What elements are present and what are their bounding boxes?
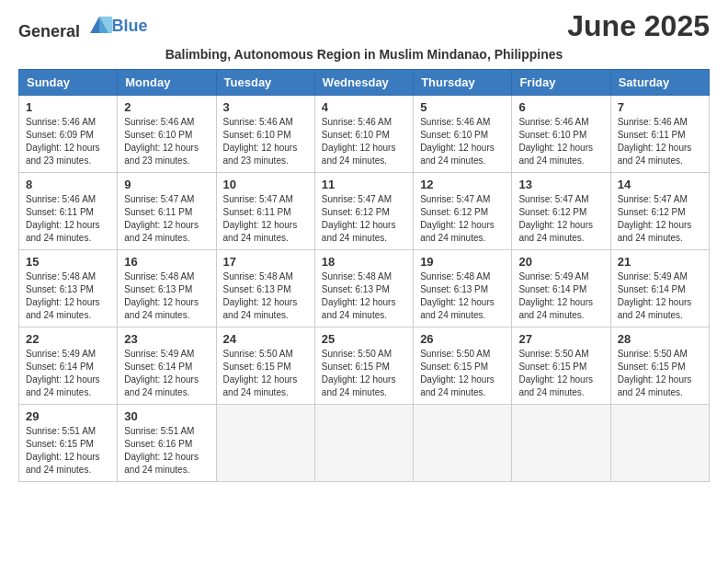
day-number: 22: [26, 332, 110, 346]
day-cell: 6Sunrise: 5:46 AM Sunset: 6:10 PM Daylig…: [512, 96, 610, 173]
day-number: 3: [223, 100, 308, 114]
day-number: 28: [618, 332, 702, 346]
day-cell: [314, 405, 413, 482]
day-number: 2: [124, 100, 209, 114]
day-info: Sunrise: 5:47 AM Sunset: 6:11 PM Dayligh…: [124, 193, 209, 245]
day-cell: [216, 405, 314, 482]
day-cell: 13Sunrise: 5:47 AM Sunset: 6:12 PM Dayli…: [512, 173, 610, 250]
day-info: Sunrise: 5:50 AM Sunset: 6:15 PM Dayligh…: [322, 348, 406, 399]
day-number: 1: [26, 100, 110, 114]
weekday-header-wednesday: Wednesday: [314, 70, 413, 96]
day-cell: 3Sunrise: 5:46 AM Sunset: 6:10 PM Daylig…: [216, 96, 314, 173]
day-number: 7: [618, 100, 702, 114]
day-cell: 23Sunrise: 5:49 AM Sunset: 6:14 PM Dayli…: [118, 327, 216, 405]
day-number: 27: [518, 332, 603, 346]
day-info: Sunrise: 5:46 AM Sunset: 6:10 PM Dayligh…: [223, 116, 308, 167]
day-number: 14: [618, 178, 702, 191]
weekday-header-tuesday: Tuesday: [216, 70, 314, 96]
day-number: 12: [420, 178, 505, 191]
day-info: Sunrise: 5:51 AM Sunset: 6:15 PM Dayligh…: [26, 425, 110, 477]
day-cell: 24Sunrise: 5:50 AM Sunset: 6:15 PM Dayli…: [216, 327, 314, 405]
day-info: Sunrise: 5:51 AM Sunset: 6:16 PM Dayligh…: [124, 425, 209, 477]
day-number: 16: [124, 255, 209, 269]
day-info: Sunrise: 5:50 AM Sunset: 6:15 PM Dayligh…: [518, 348, 603, 399]
day-info: Sunrise: 5:46 AM Sunset: 6:10 PM Dayligh…: [420, 116, 505, 167]
day-number: 24: [223, 332, 308, 346]
day-cell: 19Sunrise: 5:48 AM Sunset: 6:13 PM Dayli…: [414, 250, 512, 327]
day-cell: 11Sunrise: 5:47 AM Sunset: 6:12 PM Dayli…: [314, 173, 413, 250]
day-number: 4: [322, 100, 406, 114]
day-cell: 27Sunrise: 5:50 AM Sunset: 6:15 PM Dayli…: [512, 327, 610, 405]
logo: General Blue: [18, 11, 148, 41]
day-info: Sunrise: 5:47 AM Sunset: 6:12 PM Dayligh…: [322, 193, 406, 245]
day-number: 30: [124, 409, 209, 423]
day-cell: 22Sunrise: 5:49 AM Sunset: 6:14 PM Dayli…: [19, 327, 118, 405]
day-number: 29: [26, 409, 110, 423]
day-info: Sunrise: 5:48 AM Sunset: 6:13 PM Dayligh…: [223, 270, 308, 322]
day-cell: 30Sunrise: 5:51 AM Sunset: 6:16 PM Dayli…: [118, 405, 216, 482]
weekday-header-friday: Friday: [512, 70, 610, 96]
day-info: Sunrise: 5:49 AM Sunset: 6:14 PM Dayligh…: [518, 270, 603, 322]
day-number: 9: [124, 178, 209, 191]
day-number: 19: [420, 255, 505, 269]
day-cell: 16Sunrise: 5:48 AM Sunset: 6:13 PM Dayli…: [118, 250, 216, 327]
svg-marker-1: [99, 17, 112, 33]
day-number: 8: [26, 178, 110, 191]
subtitle: Balimbing, Autonomous Region in Muslim M…: [18, 47, 710, 62]
weekday-header-monday: Monday: [118, 70, 216, 96]
day-cell: 12Sunrise: 5:47 AM Sunset: 6:12 PM Dayli…: [414, 173, 512, 250]
month-title: June 2025: [567, 9, 710, 43]
day-info: Sunrise: 5:48 AM Sunset: 6:13 PM Dayligh…: [124, 270, 209, 322]
day-cell: [512, 405, 610, 482]
day-cell: 15Sunrise: 5:48 AM Sunset: 6:13 PM Dayli…: [19, 250, 118, 327]
day-cell: 20Sunrise: 5:49 AM Sunset: 6:14 PM Dayli…: [512, 250, 610, 327]
day-number: 6: [518, 100, 603, 114]
day-info: Sunrise: 5:50 AM Sunset: 6:15 PM Dayligh…: [223, 348, 308, 399]
week-row-2: 8Sunrise: 5:46 AM Sunset: 6:11 PM Daylig…: [19, 173, 710, 250]
day-info: Sunrise: 5:47 AM Sunset: 6:11 PM Dayligh…: [223, 193, 308, 245]
day-cell: 4Sunrise: 5:46 AM Sunset: 6:10 PM Daylig…: [314, 96, 413, 173]
day-number: 10: [223, 178, 308, 191]
logo-blue: Blue: [112, 17, 148, 35]
day-cell: 17Sunrise: 5:48 AM Sunset: 6:13 PM Dayli…: [216, 250, 314, 327]
weekday-header-row: SundayMondayTuesdayWednesdayThursdayFrid…: [19, 70, 710, 96]
day-number: 5: [420, 100, 505, 114]
day-info: Sunrise: 5:47 AM Sunset: 6:12 PM Dayligh…: [420, 193, 505, 245]
day-info: Sunrise: 5:46 AM Sunset: 6:10 PM Dayligh…: [124, 116, 209, 167]
day-number: 18: [322, 255, 406, 269]
day-info: Sunrise: 5:47 AM Sunset: 6:12 PM Dayligh…: [618, 193, 702, 245]
day-info: Sunrise: 5:50 AM Sunset: 6:15 PM Dayligh…: [420, 348, 505, 399]
day-number: 25: [322, 332, 406, 346]
day-info: Sunrise: 5:49 AM Sunset: 6:14 PM Dayligh…: [26, 348, 110, 399]
calendar: SundayMondayTuesdayWednesdayThursdayFrid…: [18, 69, 710, 482]
day-cell: [610, 405, 709, 482]
day-number: 20: [518, 255, 603, 269]
header: General Blue June 2025: [18, 9, 710, 43]
day-cell: 26Sunrise: 5:50 AM Sunset: 6:15 PM Dayli…: [414, 327, 512, 405]
weekday-header-sunday: Sunday: [19, 70, 118, 96]
logo-icon: [86, 11, 112, 37]
day-number: 23: [124, 332, 209, 346]
day-number: 17: [223, 255, 308, 269]
day-number: 15: [26, 255, 110, 269]
week-row-5: 29Sunrise: 5:51 AM Sunset: 6:15 PM Dayli…: [19, 405, 710, 482]
day-info: Sunrise: 5:46 AM Sunset: 6:09 PM Dayligh…: [26, 116, 110, 167]
day-info: Sunrise: 5:48 AM Sunset: 6:13 PM Dayligh…: [26, 270, 110, 322]
day-cell: 25Sunrise: 5:50 AM Sunset: 6:15 PM Dayli…: [314, 327, 413, 405]
day-cell: 28Sunrise: 5:50 AM Sunset: 6:15 PM Dayli…: [610, 327, 709, 405]
day-info: Sunrise: 5:48 AM Sunset: 6:13 PM Dayligh…: [420, 270, 505, 322]
day-info: Sunrise: 5:46 AM Sunset: 6:11 PM Dayligh…: [26, 193, 110, 245]
day-cell: 7Sunrise: 5:46 AM Sunset: 6:11 PM Daylig…: [610, 96, 709, 173]
week-row-4: 22Sunrise: 5:49 AM Sunset: 6:14 PM Dayli…: [19, 327, 710, 405]
day-cell: 9Sunrise: 5:47 AM Sunset: 6:11 PM Daylig…: [118, 173, 216, 250]
day-cell: 21Sunrise: 5:49 AM Sunset: 6:14 PM Dayli…: [610, 250, 709, 327]
day-number: 21: [618, 255, 702, 269]
day-cell: 2Sunrise: 5:46 AM Sunset: 6:10 PM Daylig…: [118, 96, 216, 173]
day-cell: 8Sunrise: 5:46 AM Sunset: 6:11 PM Daylig…: [19, 173, 118, 250]
logo-general: General: [18, 22, 80, 40]
day-cell: 29Sunrise: 5:51 AM Sunset: 6:15 PM Dayli…: [19, 405, 118, 482]
weekday-header-thursday: Thursday: [414, 70, 512, 96]
week-row-1: 1Sunrise: 5:46 AM Sunset: 6:09 PM Daylig…: [19, 96, 710, 173]
day-info: Sunrise: 5:50 AM Sunset: 6:15 PM Dayligh…: [618, 348, 702, 399]
week-row-3: 15Sunrise: 5:48 AM Sunset: 6:13 PM Dayli…: [19, 250, 710, 327]
